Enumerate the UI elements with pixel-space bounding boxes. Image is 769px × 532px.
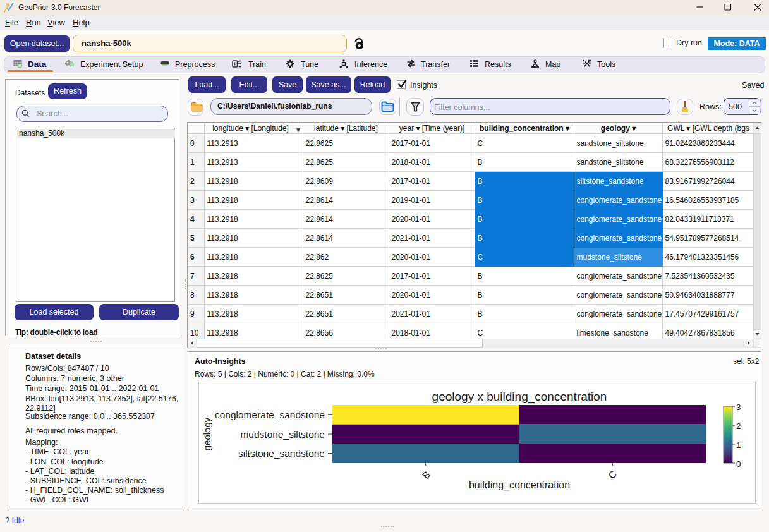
svg-text:mudstone_siltstone: mudstone_siltstone (240, 429, 325, 440)
svg-text:3: 3 (736, 402, 741, 412)
svg-text:B: B (420, 469, 432, 481)
svg-text:conglomerate_sandstone: conglomerate_sandstone (215, 409, 325, 420)
svg-text:C: C (606, 468, 619, 481)
svg-text:siltstone_sandstone: siltstone_sandstone (238, 448, 325, 459)
svg-text:geology x building_concentrati: geology x building_concentration (432, 390, 607, 404)
svg-text:geology: geology (202, 417, 212, 450)
svg-text:1: 1 (736, 440, 741, 450)
svg-text:building_concentration: building_concentration (469, 480, 570, 491)
svg-text:0: 0 (736, 459, 741, 469)
svg-text:2: 2 (736, 421, 741, 431)
